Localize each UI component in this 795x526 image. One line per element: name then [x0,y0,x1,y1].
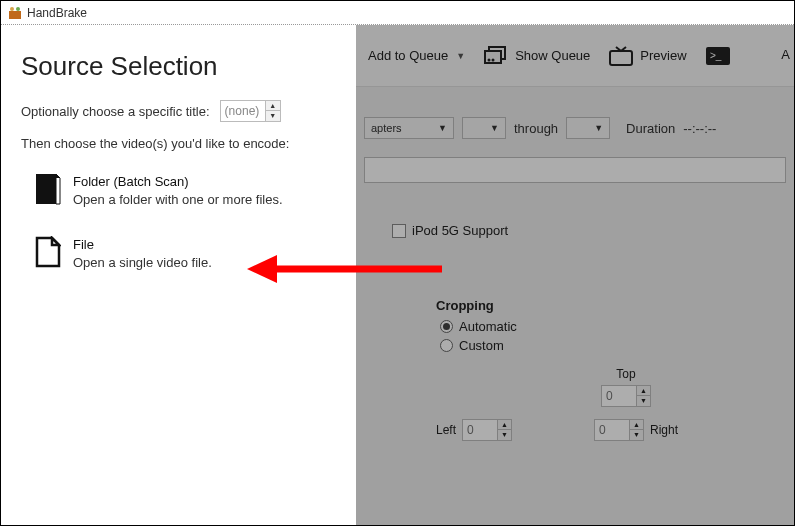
cropping-custom-label: Custom [459,338,504,353]
chapters-combo[interactable]: apters ▼ [364,117,454,139]
crop-top-down[interactable]: ▼ [637,396,650,406]
app-title: HandBrake [27,6,87,20]
crop-top-label: Top [516,367,736,381]
title-spinner-down[interactable]: ▼ [266,111,280,121]
svg-rect-3 [36,174,56,204]
add-to-queue-label: Add to Queue [368,48,448,63]
app-icon [7,5,23,21]
through-label: through [514,121,558,136]
folder-option[interactable]: Folder (Batch Scan) Open a folder with o… [31,169,336,212]
crop-left-spinner[interactable]: ▲▼ [462,419,512,441]
file-title: File [73,236,212,254]
background-ui: Add to Queue ▼ Show Queue [356,25,794,525]
cropping-custom-radio[interactable] [440,339,453,352]
terminal-icon: >_ [705,45,731,67]
add-to-queue-button[interactable]: Add to Queue ▼ [360,42,473,69]
chapters-combo-text: apters [371,122,402,134]
ipod-label: iPod 5G Support [412,223,508,238]
crop-right-up[interactable]: ▲ [630,420,643,430]
preview-button[interactable]: Preview [600,39,694,73]
cropping-auto-radio[interactable] [440,320,453,333]
crop-top-spinner[interactable]: ▲▼ [601,385,651,407]
optional-title-label: Optionally choose a specific title: [21,104,210,119]
svg-point-2 [16,7,20,11]
crop-top-up[interactable]: ▲ [637,386,650,396]
preview-label: Preview [640,48,686,63]
crop-right-label: Right [650,423,678,437]
source-panel: Source Selection Optionally choose a spe… [1,25,356,525]
chevron-down-icon: ▼ [438,123,447,133]
svg-point-11 [492,58,495,61]
svg-rect-12 [610,51,632,65]
terminal-button[interactable]: >_ [697,39,739,73]
crop-top-input[interactable] [602,386,636,406]
folder-desc: Open a folder with one or more files. [73,192,283,207]
folder-icon [35,173,61,205]
file-desc: Open a single video file. [73,255,212,270]
source-heading: Source Selection [21,51,336,82]
queue-icon [483,45,509,67]
cropping-auto-label: Automatic [459,319,517,334]
svg-rect-0 [9,11,21,19]
svg-point-1 [10,7,14,11]
crop-left-down[interactable]: ▼ [498,430,511,440]
show-queue-label: Show Queue [515,48,590,63]
app-window: HandBrake Source Selection Optionally ch… [0,0,795,526]
title-spinner-up[interactable]: ▲ [266,101,280,111]
cropping-group: Cropping Automatic Custom Top ▲▼ [436,298,794,441]
folder-title: Folder (Batch Scan) [73,173,283,191]
ipod-checkbox[interactable] [392,224,406,238]
chapter-end-combo[interactable]: ▼ [566,117,610,139]
chapter-start-combo[interactable]: ▼ [462,117,506,139]
crop-left-label: Left [436,423,456,437]
duration-value: --:--:-- [683,121,716,136]
toolbar: Add to Queue ▼ Show Queue [356,25,794,87]
svg-marker-7 [52,238,59,245]
trailing-cut-letter: A [781,47,790,62]
chapter-row: apters ▼ ▼ through ▼ Duration --:--:-- [356,87,794,157]
tv-icon [608,45,634,67]
svg-point-10 [488,58,491,61]
svg-text:>_: >_ [710,50,722,61]
crop-right-spinner[interactable]: ▲▼ [594,419,644,441]
then-choose-label: Then choose the video(s) you'd like to e… [21,136,336,151]
chevron-down-icon: ▼ [456,51,465,61]
crop-left-up[interactable]: ▲ [498,420,511,430]
titlebar: HandBrake [1,1,794,25]
cropping-heading: Cropping [436,298,794,313]
file-icon [35,236,61,268]
output-path-field[interactable] [364,157,786,183]
show-queue-button[interactable]: Show Queue [475,39,598,73]
file-option[interactable]: File Open a single video file. [31,232,336,275]
duration-label: Duration [626,121,675,136]
crop-right-down[interactable]: ▼ [630,430,643,440]
title-spinner[interactable]: ▲ ▼ [220,100,281,122]
svg-marker-4 [56,174,60,204]
crop-right-input[interactable] [595,420,629,440]
title-spinner-input[interactable] [221,101,265,121]
crop-left-input[interactable] [463,420,497,440]
